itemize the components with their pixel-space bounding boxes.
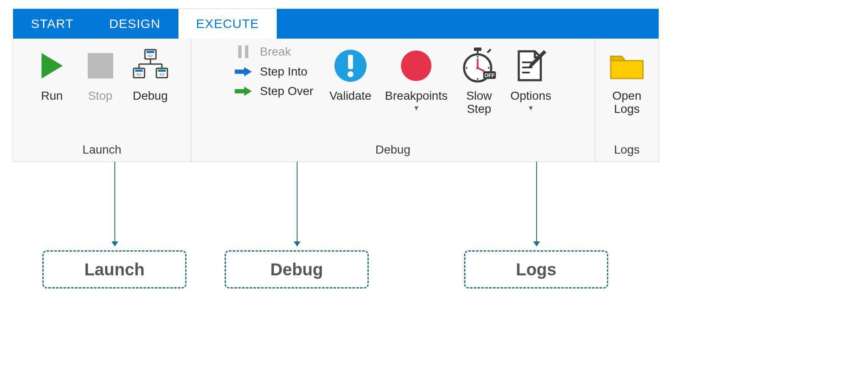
group-launch-label: Launch — [83, 143, 122, 159]
pause-icon — [233, 45, 254, 59]
break-label: Break — [260, 45, 291, 59]
callout-logs: Logs — [464, 250, 608, 289]
svg-point-33 — [477, 78, 479, 80]
svg-point-24 — [401, 50, 431, 81]
svg-line-27 — [487, 49, 491, 53]
validate-button[interactable]: Validate — [328, 42, 373, 105]
group-logs: Open Logs Logs — [595, 39, 659, 162]
tab-bar: START DESIGN EXECUTE — [13, 9, 659, 39]
svg-rect-1 — [88, 53, 113, 78]
open-logs-label: Open Logs — [612, 90, 642, 116]
callout-line-debug — [297, 162, 298, 242]
svg-rect-15 — [238, 45, 242, 58]
debug-button[interactable]: <> <> <> Debug — [130, 42, 171, 105]
group-debug-label: Debug — [376, 143, 411, 159]
step-list: Break Step Into — [233, 42, 317, 99]
svg-marker-20 — [244, 87, 252, 96]
group-launch: Run Stop — [13, 39, 191, 162]
svg-rect-16 — [245, 45, 248, 58]
options-icon — [513, 45, 548, 87]
debug-tree-icon: <> <> <> — [131, 45, 170, 87]
svg-marker-0 — [42, 53, 63, 78]
callout-line-launch — [114, 162, 115, 242]
step-into-label: Step Into — [260, 65, 307, 78]
options-button[interactable]: Options ▼ — [509, 42, 553, 115]
callout-debug-label: Debug — [270, 260, 323, 279]
slow-step-label: Slow Step — [466, 90, 492, 116]
run-label: Run — [41, 90, 63, 103]
breakpoints-button[interactable]: Breakpoints ▼ — [383, 42, 449, 115]
validate-label: Validate — [329, 90, 371, 103]
svg-rect-13 — [158, 70, 166, 72]
svg-text:<>: <> — [136, 72, 142, 77]
arrowhead-icon — [111, 241, 118, 247]
validate-icon — [334, 45, 367, 87]
breakpoint-icon — [399, 45, 433, 87]
svg-point-32 — [477, 56, 479, 58]
chevron-down-icon: ▼ — [528, 104, 534, 112]
stopwatch-icon: OFF — [461, 45, 497, 87]
break-button[interactable]: Break — [233, 44, 317, 60]
svg-rect-19 — [235, 89, 244, 93]
arrowhead-icon — [533, 241, 540, 247]
play-icon — [39, 45, 65, 87]
step-over-icon — [233, 85, 254, 98]
svg-rect-22 — [348, 55, 353, 69]
svg-point-23 — [348, 71, 353, 77]
slow-step-button[interactable]: OFF Slow Step — [459, 42, 498, 118]
svg-marker-18 — [244, 67, 252, 76]
chevron-down-icon: ▼ — [413, 104, 420, 112]
stop-icon — [86, 45, 115, 87]
stop-label: Stop — [88, 90, 113, 103]
tab-design[interactable]: DESIGN — [92, 9, 178, 39]
step-into-icon — [233, 65, 254, 78]
svg-point-34 — [466, 67, 467, 69]
step-over-button[interactable]: Step Over — [233, 84, 317, 99]
svg-text:<>: <> — [148, 53, 153, 58]
svg-rect-17 — [235, 70, 244, 74]
ribbon-body: Run Stop — [13, 39, 659, 162]
svg-point-35 — [488, 67, 490, 69]
group-debug: Break Step Into — [191, 39, 595, 162]
stop-button[interactable]: Stop — [81, 42, 120, 105]
tab-execute[interactable]: EXECUTE — [178, 9, 277, 39]
svg-rect-10 — [135, 70, 143, 72]
svg-text:OFF: OFF — [484, 73, 495, 78]
ribbon-container: START DESIGN EXECUTE Run — [13, 8, 659, 162]
callout-logs-label: Logs — [516, 260, 556, 279]
callout-debug: Debug — [225, 250, 369, 289]
folder-icon — [608, 45, 645, 87]
svg-rect-3 — [147, 51, 154, 53]
options-label: Options — [510, 90, 551, 103]
tab-start[interactable]: START — [13, 9, 92, 39]
callout-line-logs — [536, 162, 537, 242]
svg-text:<>: <> — [159, 72, 164, 77]
step-over-label: Step Over — [260, 84, 313, 98]
group-logs-label: Logs — [614, 143, 640, 159]
debug-label: Debug — [133, 90, 168, 103]
run-button[interactable]: Run — [33, 42, 71, 105]
callout-launch: Launch — [42, 250, 186, 289]
svg-rect-25 — [474, 48, 481, 51]
callout-launch-label: Launch — [84, 260, 145, 279]
breakpoints-label: Breakpoints — [385, 90, 448, 103]
arrowhead-icon — [294, 241, 300, 247]
open-logs-button[interactable]: Open Logs — [606, 42, 647, 118]
step-into-button[interactable]: Step Into — [233, 64, 317, 79]
